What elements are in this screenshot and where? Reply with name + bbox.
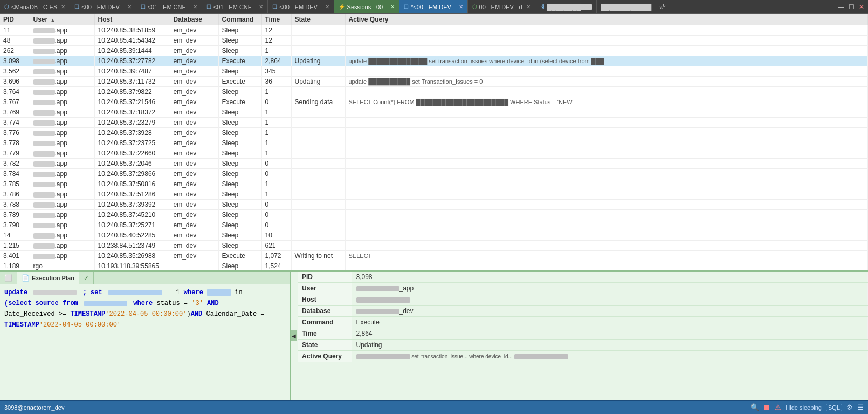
detail-field-name: Host	[298, 294, 352, 306]
cell-host: 10.240.85.39:1444	[94, 46, 170, 56]
tab-em-cnf-1[interactable]: ☐ <01 - EM CNF - ✕	[136, 0, 202, 14]
table-row[interactable]: 1,189 rgo 10.193.118.39:55865 Sleep 1,52…	[0, 261, 868, 271]
tab-more[interactable]: »8	[656, 3, 669, 11]
query-panel-tabs: ⬜ 📄 Execution Plan ✓	[0, 272, 290, 284]
details-collapse-arrow[interactable]: ◀	[291, 330, 297, 341]
cell-query: update ██████████████ set transaction_is…	[345, 56, 868, 66]
menu-status-icon[interactable]: ☰	[857, 403, 864, 411]
col-header-state[interactable]: State	[291, 14, 345, 25]
cell-user: .app	[30, 36, 94, 46]
query-tab-check[interactable]: ✓	[79, 272, 94, 284]
cell-state: Writing to net	[291, 251, 345, 261]
warning-status-icon[interactable]: ⚠	[775, 403, 781, 411]
cell-user: .app	[30, 220, 94, 230]
col-header-time[interactable]: Time	[261, 14, 291, 25]
tab-close[interactable]: ✕	[127, 4, 132, 10]
table-row[interactable]: 3,784 .app 10.240.85.37:29866 em_dev Sle…	[0, 169, 868, 179]
process-table-wrapper[interactable]: PID User ▲ Host Database Command Time St…	[0, 14, 868, 270]
table-row[interactable]: 3,774 .app 10.240.85.37:23279 em_dev Sle…	[0, 118, 868, 128]
table-row[interactable]: 3,767 .app 10.240.85.37:21546 em_dev Exe…	[0, 97, 868, 107]
tab-mariadb[interactable]: ⬡ <MariaDB - C-ES ✕	[0, 0, 70, 14]
tab-close[interactable]: ✕	[526, 4, 531, 10]
cell-query	[345, 159, 868, 169]
cell-cmd: Sleep	[218, 25, 261, 36]
cell-cmd: Sleep	[218, 148, 261, 159]
cell-pid: 3,562	[0, 66, 30, 77]
table-row[interactable]: 3,696 .app 10.240.85.37:11732 em_dev Exe…	[0, 77, 868, 87]
table-row[interactable]: 1,215 .app 10.238.84.51:23749 em_dev Sle…	[0, 241, 868, 251]
table-row[interactable]: 3,786 .app 10.240.85.37:51286 em_dev Sle…	[0, 189, 868, 200]
table-row[interactable]: 3,098 .app 10.240.85.37:27782 em_dev Exe…	[0, 56, 868, 66]
tab-em-dev-2[interactable]: ☐ <00 - EM DEV - ✕	[268, 0, 334, 14]
file-icon: ☐	[141, 4, 146, 10]
col-header-db[interactable]: Database	[170, 14, 218, 25]
cell-time: 10	[261, 230, 291, 241]
tab-close[interactable]: ✕	[325, 4, 329, 10]
cell-time: 0	[261, 200, 291, 210]
cell-pid: 3,098	[0, 56, 30, 66]
tab-close[interactable]: ✕	[61, 4, 65, 10]
table-row[interactable]: 3,779 .app 10.240.85.37:22660 em_dev Sle…	[0, 148, 868, 159]
table-row[interactable]: 3,401 .app 10.240.85.35:26988 em_dev Exe…	[0, 251, 868, 261]
tab-em-dev-d[interactable]: ⬡ 00 - EM DEV - d ✕	[468, 0, 535, 14]
settings-status-icon[interactable]: ⚙	[846, 403, 853, 411]
table-row[interactable]: 3,769 .app 10.240.85.37:18372 em_dev Sle…	[0, 107, 868, 118]
stop-status-icon[interactable]: ⏹	[763, 403, 770, 411]
tab-db2[interactable]: 🗄 ████████.dev	[535, 0, 597, 14]
close-btn[interactable]: ✕	[857, 3, 866, 11]
search-status-icon[interactable]: 🔍	[750, 403, 759, 411]
col-header-cmd[interactable]: Command	[218, 14, 261, 25]
table-row[interactable]: 3,788 .app 10.240.85.37:39392 em_dev Sle…	[0, 200, 868, 210]
table-row[interactable]: 3,790 .app 10.240.85.37:25271 em_dev Sle…	[0, 220, 868, 230]
cell-db: em_dev	[170, 25, 218, 36]
cell-user: .app	[30, 128, 94, 138]
tab-close[interactable]: ✕	[259, 4, 263, 10]
table-row[interactable]: 262 .app 10.240.85.39:1444 em_dev Sleep …	[0, 46, 868, 56]
cell-state	[291, 210, 345, 220]
col-header-user[interactable]: User ▲	[30, 14, 94, 25]
cell-time: 1	[261, 118, 291, 128]
restore-btn[interactable]: ☐	[847, 3, 856, 11]
query-tab-exec-plan[interactable]: 📄 Execution Plan	[17, 272, 79, 284]
file-icon: ☐	[206, 4, 211, 10]
col-header-query[interactable]: Active Query	[345, 14, 868, 25]
table-row[interactable]: 3,789 .app 10.240.85.37:45210 em_dev Sle…	[0, 210, 868, 220]
cell-cmd: Sleep	[218, 46, 261, 56]
table-row[interactable]: 14 .app 10.240.85.40:52285 em_dev Sleep …	[0, 230, 868, 241]
table-row[interactable]: 3,785 .app 10.240.85.37:50816 em_dev Sle…	[0, 179, 868, 189]
tab-close[interactable]: ✕	[193, 4, 197, 10]
cell-time: 1	[261, 107, 291, 118]
cell-db: em_dev	[170, 251, 218, 261]
tab-em-dev-1[interactable]: ☐ <00 - EM DEV - ✕	[70, 0, 136, 14]
tab-sessions[interactable]: ⚡ Sessions - 00 - ✕	[334, 0, 399, 14]
tab-extra[interactable]: ████████████	[597, 0, 657, 14]
table-row[interactable]: 3,782 .app 10.240.85.37:2046 em_dev Slee…	[0, 159, 868, 169]
cell-time: 621	[261, 241, 291, 251]
hide-sleeping-label[interactable]: Hide sleeping	[786, 404, 822, 411]
tab-label: ████████.dev	[547, 4, 592, 10]
cell-pid: 11	[0, 25, 30, 36]
table-row[interactable]: 3,764 .app 10.240.85.37:9822 em_dev Slee…	[0, 87, 868, 97]
tab-close[interactable]: ✕	[390, 4, 395, 10]
query-tab-raw[interactable]: ⬜	[0, 272, 17, 284]
minimize-btn[interactable]: —	[836, 3, 846, 11]
raw-icon: ⬜	[4, 274, 12, 282]
col-header-pid[interactable]: PID	[0, 14, 30, 25]
table-row[interactable]: 11 .app 10.240.85.38:51859 em_dev Sleep …	[0, 25, 868, 36]
cell-host: 10.193.118.39:55865	[94, 261, 170, 271]
tab-em-cnf-2[interactable]: ☐ <01 - EM CNF - ✕	[202, 0, 268, 14]
table-row[interactable]: 3,562 .app 10.240.85.39:7487 em_dev Slee…	[0, 66, 868, 77]
table-row[interactable]: 3,778 .app 10.240.85.37:23725 em_dev Sle…	[0, 138, 868, 148]
cell-cmd: Sleep	[218, 66, 261, 77]
cell-db: em_dev	[170, 77, 218, 87]
col-header-host[interactable]: Host	[94, 14, 170, 25]
cell-user: .app	[30, 56, 94, 66]
query-line-2: (select source from where status = '3' A…	[4, 298, 286, 308]
tab-close[interactable]: ✕	[459, 4, 463, 10]
cell-pid: 3,788	[0, 200, 30, 210]
cell-state	[291, 189, 345, 200]
table-row[interactable]: 48 .app 10.240.85.41:54342 em_dev Sleep …	[0, 36, 868, 46]
sql-label[interactable]: SQL	[826, 404, 842, 411]
tab-em-dev-star[interactable]: ☐ *<00 - EM DEV - ✕	[399, 0, 468, 14]
table-row[interactable]: 3,776 .app 10.240.85.37:3928 em_dev Slee…	[0, 128, 868, 138]
